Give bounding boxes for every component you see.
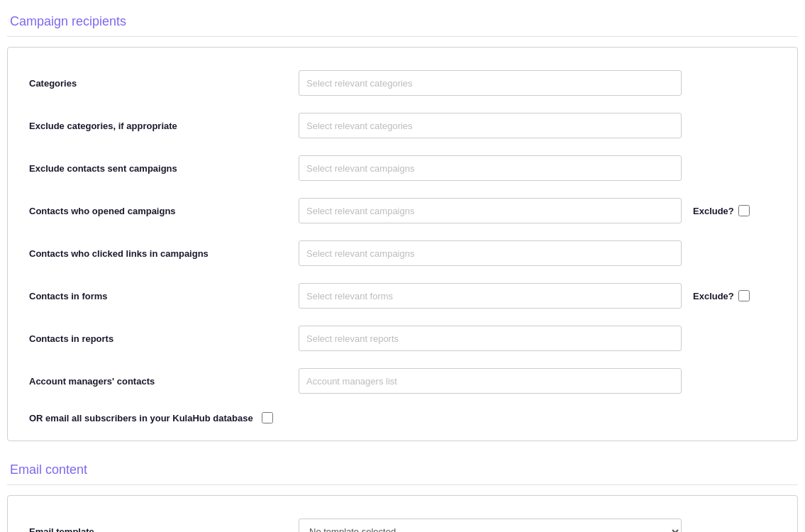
email-content-section: Email content Email template No template… — [7, 462, 798, 532]
contacts-clicked-row: Contacts who clicked links in campaigns — [29, 232, 776, 275]
contacts-forms-row: Contacts in forms Exclude? — [29, 275, 776, 317]
contacts-opened-input[interactable] — [299, 198, 682, 223]
contacts-reports-input[interactable] — [299, 326, 682, 351]
contacts-opened-exclude-label: Exclude? — [693, 206, 734, 216]
account-managers-row: Account managers' contacts — [29, 360, 776, 402]
campaign-recipients-card: Categories Exclude categories, if approp… — [7, 47, 798, 441]
campaign-recipients-title: Campaign recipients — [7, 14, 798, 29]
email-template-label: Email template — [29, 526, 299, 533]
email-content-title: Email content — [7, 462, 798, 477]
contacts-opened-exclude-checkbox[interactable] — [738, 205, 750, 216]
contacts-forms-label: Contacts in forms — [29, 291, 299, 301]
contacts-reports-row: Contacts in reports — [29, 317, 776, 360]
categories-input[interactable] — [299, 70, 682, 96]
email-template-row: Email template No template selected — [29, 510, 776, 532]
contacts-forms-input[interactable] — [299, 283, 682, 309]
or-all-subscribers-checkbox[interactable] — [262, 412, 273, 423]
contacts-forms-exclude-label: Exclude? — [693, 291, 734, 301]
contacts-clicked-input[interactable] — [299, 240, 682, 266]
categories-label: Categories — [29, 78, 299, 89]
contacts-forms-exclude-checkbox[interactable] — [738, 290, 750, 301]
contacts-opened-label: Contacts who opened campaigns — [29, 206, 299, 216]
exclude-categories-row: Exclude categories, if appropriate — [29, 104, 776, 147]
exclude-categories-input[interactable] — [299, 113, 682, 138]
categories-row: Categories — [29, 62, 776, 104]
contacts-opened-exclude-group: Exclude? — [693, 205, 750, 216]
or-all-subscribers-row: OR email all subscribers in your KulaHub… — [29, 402, 776, 426]
contacts-clicked-label: Contacts who clicked links in campaigns — [29, 248, 299, 259]
contacts-reports-label: Contacts in reports — [29, 333, 299, 344]
exclude-contacts-sent-label: Exclude contacts sent campaigns — [29, 163, 299, 174]
account-managers-label: Account managers' contacts — [29, 376, 299, 387]
email-content-card: Email template No template selected — [7, 495, 798, 532]
exclude-contacts-sent-row: Exclude contacts sent campaigns — [29, 147, 776, 189]
contacts-opened-row: Contacts who opened campaigns Exclude? — [29, 189, 776, 232]
account-managers-input[interactable] — [299, 368, 682, 394]
contacts-forms-exclude-group: Exclude? — [693, 290, 750, 301]
email-template-select[interactable]: No template selected — [299, 519, 682, 532]
exclude-categories-label: Exclude categories, if appropriate — [29, 121, 299, 131]
campaign-recipients-section: Campaign recipients Categories Exclude c… — [7, 14, 798, 441]
or-all-subscribers-label: OR email all subscribers in your KulaHub… — [29, 413, 253, 423]
exclude-contacts-sent-input[interactable] — [299, 155, 682, 181]
